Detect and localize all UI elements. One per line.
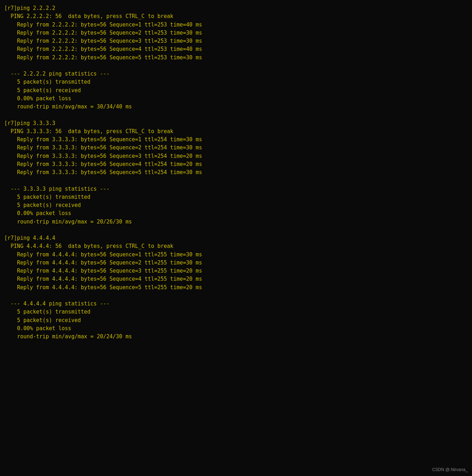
terminal-content: [r7]ping 2.2.2.2 PING 2.2.2.2: 56 data b… xyxy=(4,3,468,349)
watermark: CSDN @.Nirvana_ xyxy=(432,466,468,473)
terminal-pre: [r7]ping 2.2.2.2 PING 2.2.2.2: 56 data b… xyxy=(4,4,468,349)
